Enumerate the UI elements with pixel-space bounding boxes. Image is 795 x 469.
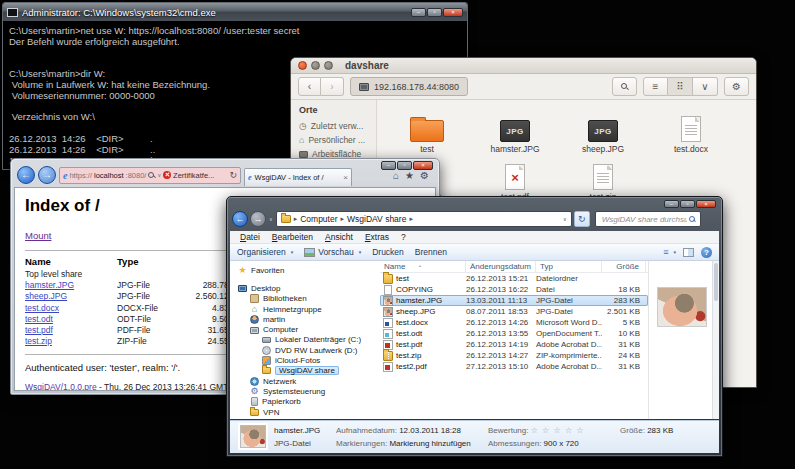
close-button[interactable]	[298, 61, 307, 70]
file-link[interactable]: test.zip	[25, 336, 52, 346]
details-rating[interactable]: Bewertung: ☆ ☆ ☆ ☆ ☆	[488, 426, 584, 435]
wsgidav-version-link[interactable]: WsgiDAV/1.0.0.pre	[25, 382, 97, 391]
preview-button[interactable]: Vorschau ▾	[304, 247, 361, 257]
file-item-test[interactable]: test	[383, 106, 471, 154]
file-item-zip[interactable]: test.zip	[559, 154, 647, 202]
sidebar-item-icloud-fotos[interactable]: iCloud-Fotos	[230, 355, 380, 365]
table-row[interactable]: sheep.JPG 08.07.2011 18:53 JPG-Datei 2.5…	[380, 306, 648, 317]
breadcrumb-current[interactable]: WsgiDAV share	[347, 214, 406, 224]
details-tags[interactable]: Markierungen: Markierung hinzufügen	[336, 439, 471, 448]
menu-help[interactable]: ?	[395, 232, 412, 242]
address-bar[interactable]: e https://localhost:8080/ ∨ Zertifikatfe…	[59, 167, 241, 184]
column-header-type[interactable]: Typ	[536, 261, 602, 273]
column-header-name[interactable]: ▲Name	[380, 261, 466, 273]
file-item-hamster[interactable]: JPG hamster.JPG	[471, 106, 559, 154]
maximize-button[interactable]: ▫	[680, 200, 695, 208]
search-icon[interactable]	[148, 172, 155, 179]
favorites-star-icon[interactable]: ★	[405, 170, 414, 181]
table-row[interactable]: test.odt 26.12.2013 13:55 OpenDocument T…	[380, 328, 648, 339]
home-icon[interactable]: ⌂	[393, 170, 399, 181]
table-row[interactable]: test2.pdf 27.12.2013 15:10 Adobe Acrobat…	[380, 361, 648, 372]
file-link[interactable]: test.pdf	[25, 325, 53, 335]
close-button[interactable]: ×	[696, 200, 716, 208]
address-history-chevron-icon[interactable]: ∨	[563, 216, 567, 222]
sidebar-item-bibliotheken[interactable]: Bibliotheken	[230, 294, 380, 304]
chevron-down-icon[interactable]: ∨	[157, 172, 161, 178]
browser-tab[interactable]: e WsgiDAV - Index of / ×	[244, 168, 352, 186]
forward-button[interactable]: →	[250, 211, 266, 227]
menu-ansicht[interactable]: Ansicht	[319, 232, 359, 242]
certificate-error-label[interactable]: Zertifikatfe...	[173, 171, 214, 180]
list-view-button[interactable]: ≡	[643, 77, 668, 96]
sidebar-item-desktop[interactable]: Desktop	[230, 283, 380, 293]
forward-button[interactable]: ›	[321, 77, 344, 96]
sidebar-item-wsgidav-share[interactable]: WsgiDAV share	[230, 366, 380, 376]
sidebar-item-user[interactable]: martin	[230, 314, 380, 324]
breadcrumb[interactable]: ▸ Computer ▸ WsgiDAV share ▸ ∨	[276, 211, 572, 227]
search-input[interactable]	[600, 214, 689, 225]
preview-pane-icon[interactable]	[683, 248, 694, 257]
scrollbar-thumb[interactable]	[714, 263, 718, 301]
minimize-button[interactable]: –	[664, 200, 679, 208]
gear-menu-button[interactable]: ⚙	[724, 77, 749, 96]
sidebar-item-systemsteuerung[interactable]: ⚙Systemsteuerung	[230, 386, 380, 396]
maximize-button[interactable]: ▫	[427, 8, 442, 17]
menu-extras[interactable]: Extras	[359, 232, 395, 242]
cmd-titlebar[interactable]: Administrator: C:\Windows\system32\cmd.e…	[3, 3, 467, 21]
sidebar-item-computer[interactable]: Computer	[230, 324, 380, 334]
organize-button[interactable]: Organisieren ▾	[237, 247, 293, 257]
sidebar-item-netzwerk[interactable]: Netzwerk	[230, 376, 380, 386]
certificate-error-icon[interactable]	[163, 171, 171, 179]
search-box[interactable]	[595, 211, 701, 227]
table-row[interactable]: test 26.12.2013 15:21 Dateiordner	[380, 273, 648, 284]
sidebar-item-favoriten[interactable]: ★Favoriten	[230, 265, 380, 275]
recent-pages-chevron-icon[interactable]: ∨	[269, 216, 273, 222]
search-button[interactable]	[612, 77, 637, 96]
table-row[interactable]: test.pdf 26.12.2013 14:19 Adobe Acrobat …	[380, 339, 648, 350]
nautilus-titlebar[interactable]: davshare	[291, 58, 756, 74]
file-link[interactable]: test.odt	[25, 314, 53, 324]
address-breadcrumb[interactable]: 192.168.178.44:8080	[350, 77, 468, 96]
file-item-sheep[interactable]: JPG sheep.JPG	[559, 106, 647, 154]
column-header-size[interactable]: Größe	[602, 261, 646, 273]
file-link[interactable]: sheep.JPG	[25, 291, 67, 301]
table-row[interactable]: test.docx 26.12.2013 14:26 Microsoft Wor…	[380, 317, 648, 328]
help-icon[interactable]: ?	[701, 247, 712, 258]
mount-link[interactable]: Mount	[25, 230, 51, 241]
maximize-button[interactable]	[324, 61, 333, 70]
sidebar-item-home[interactable]: ⌂ Persönlicher ...	[291, 133, 376, 147]
refresh-icon[interactable]: ↻	[229, 170, 237, 180]
minimize-button[interactable]: –	[411, 8, 426, 17]
file-link[interactable]: test.docx	[25, 303, 59, 313]
view-options-button[interactable]: ∨	[693, 77, 718, 96]
sidebar-item-heimnetzgruppe[interactable]: ⌂Heimnetzgruppe	[230, 304, 380, 314]
tab-close-icon[interactable]: ×	[343, 173, 348, 182]
menu-bearbeiten[interactable]: Bearbeiten	[266, 232, 319, 242]
table-row-selected[interactable]: hamster.JPG 13.03.2011 11:13 JPG-Datei 2…	[380, 295, 648, 306]
column-header-date[interactable]: Änderungsdatum	[466, 261, 536, 273]
file-item-docx[interactable]: test.docx	[647, 106, 735, 154]
scrollbar[interactable]	[712, 261, 719, 419]
table-row[interactable]: test.zip 26.12.2013 14:27 ZIP-komprimier…	[380, 350, 648, 361]
back-button[interactable]: ←	[232, 211, 248, 227]
burn-button[interactable]: Brennen	[415, 247, 447, 257]
grid-view-button[interactable]: ⠿	[668, 77, 693, 96]
sidebar-item-vpn[interactable]: VPN	[230, 407, 380, 417]
back-button[interactable]: ←	[17, 166, 35, 184]
sidebar-item-papierkorb[interactable]: Papierkorb	[230, 397, 380, 407]
sidebar-item-dvd-drive[interactable]: DVD RW Laufwerk (D:)	[230, 345, 380, 355]
file-item-pdf[interactable]: × test.pdf	[471, 154, 559, 202]
menu-datei[interactable]: Datei	[234, 232, 266, 242]
sidebar-item-local-disk[interactable]: Lokaler Datenträger (C:)	[230, 335, 380, 345]
table-row[interactable]: COPYING 26.12.2013 16:22 Datei 18 KB	[380, 284, 648, 295]
forward-button[interactable]: →	[38, 166, 56, 184]
gear-icon[interactable]: ⚙	[420, 170, 429, 181]
back-button[interactable]: ‹	[298, 77, 321, 96]
minimize-button[interactable]	[311, 61, 320, 70]
sidebar-item-recent[interactable]: ◷ Zuletzt verw...	[291, 119, 376, 133]
refresh-button[interactable]: ↻	[574, 211, 590, 227]
file-link[interactable]: hamster.JPG	[25, 280, 74, 290]
print-button[interactable]: Drucken	[372, 247, 404, 257]
close-button[interactable]: ×	[443, 8, 463, 17]
change-view-button[interactable]: ≡ ▾	[663, 247, 676, 257]
